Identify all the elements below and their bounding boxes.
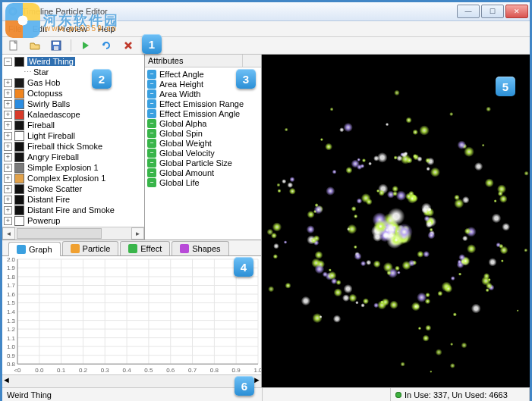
tree-item[interactable]: Light Fireball — [4, 130, 144, 141]
svg-point-296 — [436, 349, 442, 356]
new-button[interactable] — [5, 38, 22, 53]
menubar: File Edit Preview Help — [2, 21, 530, 37]
svg-point-217 — [314, 205, 323, 215]
tree-item[interactable]: Powerup — [4, 215, 144, 226]
svg-text:0.2: 0.2 — [79, 367, 88, 374]
attribute-row[interactable]: ~Effect Emission Range — [147, 99, 261, 108]
expand-icon[interactable] — [4, 111, 12, 119]
attribute-row[interactable]: ~Global Amount — [147, 168, 261, 177]
maximize-button[interactable]: ☐ — [481, 5, 504, 18]
expand-icon[interactable] — [4, 206, 12, 215]
window-title: Timeline Particle Editor — [22, 7, 457, 16]
tree-item[interactable]: Powerup 2 — [4, 226, 144, 227]
attribute-global-icon: ~ — [147, 129, 156, 138]
close-button[interactable]: ✕ — [505, 5, 528, 18]
svg-point-233 — [282, 179, 286, 183]
svg-text:0.1: 0.1 — [57, 367, 66, 374]
svg-point-254 — [320, 138, 323, 141]
attribute-label: Global Weight — [159, 139, 212, 148]
scroll-thumb[interactable] — [17, 228, 102, 239]
tab-shapes[interactable]: Shapes — [172, 241, 228, 255]
expand-icon[interactable] — [4, 132, 12, 140]
svg-point-129 — [392, 186, 398, 193]
save-button[interactable] — [48, 38, 65, 53]
attribute-row[interactable]: ~Global Life — [147, 177, 261, 187]
expand-icon[interactable] — [4, 121, 12, 130]
svg-point-246 — [344, 123, 353, 132]
svg-point-290 — [430, 371, 432, 373]
scroll-left-icon[interactable]: ◄ — [2, 375, 11, 387]
svg-point-177 — [344, 284, 353, 293]
effects-tree[interactable]: Weird Thing⋯StarGas HobOctopussSwirly Ba… — [2, 55, 144, 227]
preview-viewport[interactable] — [262, 55, 530, 387]
stop-button[interactable] — [120, 38, 137, 53]
svg-point-242 — [273, 243, 279, 249]
attribute-row[interactable]: ~Global Particle Size — [147, 158, 261, 168]
tree-item[interactable]: Angry Fireball — [4, 152, 144, 162]
graph-area[interactable]: 2.01.91.81.71.61.51.41.31.21.11.00.90.8<… — [2, 256, 261, 374]
expand-icon[interactable] — [4, 79, 12, 87]
tree-item[interactable]: Gas Hob — [4, 77, 144, 88]
collapse-icon[interactable] — [4, 58, 12, 66]
attribute-row[interactable]: ~Global Weight — [147, 138, 261, 148]
svg-point-250 — [471, 304, 481, 314]
attribute-row[interactable]: ~Effect Emission Angle — [147, 108, 261, 118]
tree-item[interactable]: Weird Thing — [4, 56, 144, 67]
loop-button[interactable] — [99, 38, 115, 53]
svg-point-224 — [310, 237, 317, 244]
scroll-right-icon[interactable]: ► — [131, 227, 144, 240]
tab-effect[interactable]: Effect — [120, 241, 170, 255]
expand-icon[interactable] — [4, 100, 12, 108]
expand-icon[interactable] — [4, 164, 12, 172]
effect-swatch-icon — [14, 163, 24, 173]
expand-icon[interactable] — [4, 174, 12, 183]
expand-icon[interactable] — [4, 196, 12, 204]
attribute-row[interactable]: ~Effect Angle — [147, 69, 261, 79]
expand-icon[interactable] — [4, 143, 12, 151]
svg-point-172 — [332, 170, 337, 174]
play-button[interactable] — [77, 38, 94, 53]
tree-h-scrollbar[interactable]: ◄ ► — [2, 227, 144, 240]
menu-help[interactable]: Help — [98, 24, 115, 33]
attributes-list[interactable]: ~Effect Angle~Area Height~Area Width~Eff… — [145, 67, 261, 240]
tree-item[interactable]: Kalaedascope — [4, 109, 144, 120]
svg-point-269 — [284, 240, 288, 244]
menu-file[interactable]: File — [8, 24, 22, 33]
scroll-left-icon[interactable]: ◄ — [2, 227, 15, 240]
attribute-row[interactable]: ~Area Height — [147, 79, 261, 89]
expand-icon[interactable] — [4, 185, 12, 193]
attribute-row[interactable]: ~Global Alpha — [147, 118, 261, 128]
tree-item[interactable]: Fireball — [4, 120, 144, 130]
open-button[interactable] — [27, 38, 43, 53]
minimize-button[interactable]: — — [457, 5, 480, 18]
tab-particle[interactable]: Particle — [62, 241, 119, 255]
tree-item[interactable]: Distant Fire — [4, 194, 144, 205]
tree-item[interactable]: Octopuss — [4, 88, 144, 99]
svg-text:0.9: 0.9 — [232, 367, 241, 374]
menu-preview[interactable]: Preview — [58, 24, 87, 33]
expand-icon[interactable] — [4, 217, 12, 225]
tree-item[interactable]: Swirly Balls — [4, 99, 144, 109]
attribute-row[interactable]: ~Global Velocity — [147, 148, 261, 158]
tree-child-item[interactable]: ⋯Star — [4, 67, 144, 77]
svg-point-285 — [394, 90, 400, 96]
svg-point-298 — [486, 107, 491, 112]
svg-point-190 — [462, 236, 468, 242]
svg-point-191 — [430, 168, 440, 177]
tab-graph[interactable]: Graph — [8, 242, 61, 256]
tree-item[interactable]: Fireball thick Smoke — [4, 141, 144, 152]
tree-item-label: Angry Fireball — [27, 152, 79, 161]
expand-icon[interactable] — [4, 153, 12, 161]
attribute-row[interactable]: ~Global Spin — [147, 128, 261, 138]
tree-item[interactable]: Distant Fire and Smoke — [4, 205, 144, 215]
tree-item[interactable]: Simple Explosion 1 — [4, 162, 144, 173]
tree-item[interactable]: Complex Explosion 1 — [4, 173, 144, 183]
expand-icon[interactable] — [4, 89, 12, 98]
graph-h-scrollbar[interactable]: ◄ ► — [2, 374, 261, 387]
menu-edit[interactable]: Edit — [33, 24, 47, 33]
svg-point-293 — [450, 363, 455, 368]
scroll-right-icon[interactable]: ► — [253, 375, 261, 387]
attributes-header[interactable]: Attributes — [145, 55, 261, 67]
tree-item[interactable]: Smoke Scatter — [4, 183, 144, 194]
attribute-row[interactable]: ~Area Width — [147, 89, 261, 99]
